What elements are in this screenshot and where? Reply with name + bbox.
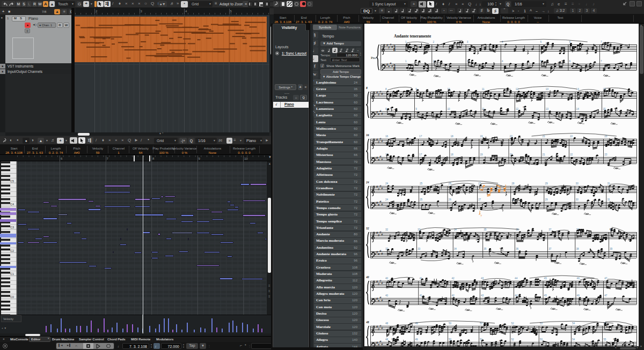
svg-text:3: 3 bbox=[467, 41, 469, 43]
svg-text:42: 42 bbox=[452, 294, 455, 297]
svg-text:10: 10 bbox=[447, 108, 450, 110]
svg-text:Pno: Pno bbox=[371, 56, 376, 59]
svg-text:55: 55 bbox=[603, 338, 606, 341]
svg-text:17: 17 bbox=[419, 135, 422, 138]
svg-text:54: 54 bbox=[572, 338, 575, 341]
svg-text:28: 28 bbox=[511, 182, 515, 185]
svg-text:35: 35 bbox=[484, 248, 487, 250]
svg-text:4: 4 bbox=[502, 41, 503, 43]
svg-text:18: 18 bbox=[450, 135, 453, 138]
svg-text:45: 45 bbox=[544, 294, 547, 297]
svg-text:50: 50 bbox=[449, 322, 452, 325]
svg-text:8: 8 bbox=[385, 108, 387, 110]
svg-text:54: 54 bbox=[572, 322, 575, 325]
svg-text:29: 29 bbox=[545, 182, 548, 185]
svg-text:19: 19 bbox=[480, 153, 483, 156]
svg-text:31: 31 bbox=[607, 198, 610, 201]
svg-text:8: 8 bbox=[393, 67, 396, 72]
svg-text:33: 33 bbox=[418, 248, 421, 250]
svg-text:45: 45 bbox=[544, 277, 547, 280]
svg-text:23: 23 bbox=[604, 135, 608, 138]
svg-text:52: 52 bbox=[511, 322, 514, 325]
svg-text:1: 1 bbox=[405, 60, 407, 63]
svg-text:15: 15 bbox=[603, 108, 606, 110]
svg-text:7: 7 bbox=[480, 214, 482, 218]
svg-text:1: 1 bbox=[405, 41, 407, 43]
svg-text:32: 32 bbox=[365, 227, 369, 230]
svg-text:46: 46 bbox=[577, 277, 580, 280]
svg-text:Andante teneramente: Andante teneramente bbox=[394, 34, 431, 39]
svg-text:12: 12 bbox=[516, 108, 519, 110]
svg-text:30: 30 bbox=[576, 182, 579, 185]
svg-text:24: 24 bbox=[385, 182, 389, 185]
svg-text:13: 13 bbox=[546, 88, 549, 91]
svg-text:11: 11 bbox=[482, 88, 485, 91]
svg-text:8: 8 bbox=[385, 88, 387, 91]
svg-text:44: 44 bbox=[515, 294, 518, 297]
svg-text:43: 43 bbox=[481, 294, 484, 297]
svg-text:27: 27 bbox=[478, 198, 481, 201]
svg-text:34: 34 bbox=[454, 248, 457, 250]
svg-text:26: 26 bbox=[449, 182, 452, 185]
svg-text:40: 40 bbox=[365, 275, 369, 279]
svg-text:24: 24 bbox=[385, 198, 389, 201]
svg-text:41: 41 bbox=[419, 294, 422, 297]
svg-text:27: 27 bbox=[478, 182, 481, 185]
svg-text:31: 31 bbox=[607, 182, 610, 185]
svg-text:6: 6 bbox=[569, 60, 571, 63]
svg-text:26: 26 bbox=[449, 198, 452, 201]
svg-text:6: 6 bbox=[569, 41, 571, 43]
svg-text:47: 47 bbox=[604, 294, 608, 297]
svg-text:13: 13 bbox=[546, 108, 549, 110]
svg-text:35: 35 bbox=[484, 228, 487, 231]
svg-text:8: 8 bbox=[393, 48, 396, 53]
svg-text:19: 19 bbox=[480, 135, 483, 138]
svg-text:22: 22 bbox=[570, 135, 573, 138]
svg-text:16: 16 bbox=[366, 133, 369, 137]
svg-text:14: 14 bbox=[576, 108, 580, 110]
svg-text:37: 37 bbox=[548, 248, 552, 250]
svg-text:33: 33 bbox=[418, 228, 421, 231]
svg-text:16: 16 bbox=[385, 135, 389, 138]
svg-text:21: 21 bbox=[542, 153, 545, 156]
svg-text:4: 4 bbox=[502, 60, 503, 63]
svg-text:48: 48 bbox=[365, 321, 369, 324]
svg-text:48: 48 bbox=[385, 322, 389, 325]
svg-text:7: 7 bbox=[601, 41, 602, 43]
svg-text:24: 24 bbox=[365, 181, 369, 184]
svg-text:46: 46 bbox=[577, 294, 580, 297]
svg-text:43: 43 bbox=[481, 277, 484, 280]
svg-text:36: 36 bbox=[516, 248, 519, 250]
svg-text:5: 5 bbox=[540, 41, 542, 43]
svg-text:38: 38 bbox=[576, 248, 579, 250]
svg-text:30: 30 bbox=[576, 198, 579, 201]
svg-text:23: 23 bbox=[604, 153, 608, 156]
svg-text:40: 40 bbox=[385, 277, 389, 280]
svg-text:14: 14 bbox=[576, 88, 580, 91]
svg-text:44: 44 bbox=[515, 277, 518, 280]
svg-text:7: 7 bbox=[601, 60, 602, 63]
svg-text:32: 32 bbox=[385, 228, 389, 231]
svg-text:37: 37 bbox=[548, 228, 552, 231]
svg-text:22: 22 bbox=[570, 153, 573, 156]
svg-text:21: 21 bbox=[542, 135, 545, 138]
svg-text:53: 53 bbox=[540, 338, 543, 341]
svg-text:42: 42 bbox=[452, 277, 455, 280]
svg-text:48: 48 bbox=[385, 338, 389, 341]
svg-text:49: 49 bbox=[415, 338, 419, 341]
svg-text:25: 25 bbox=[420, 198, 423, 201]
svg-text:47: 47 bbox=[604, 277, 608, 280]
svg-text:29: 29 bbox=[545, 198, 548, 201]
svg-text:40: 40 bbox=[385, 294, 389, 297]
svg-text:39: 39 bbox=[610, 248, 613, 250]
svg-text:51: 51 bbox=[480, 322, 483, 325]
svg-text:25: 25 bbox=[420, 182, 423, 185]
svg-text:2: 2 bbox=[433, 41, 434, 43]
svg-text:52: 52 bbox=[511, 338, 514, 341]
svg-text:9: 9 bbox=[415, 108, 417, 110]
svg-text:18: 18 bbox=[450, 153, 453, 156]
svg-text:17: 17 bbox=[419, 153, 422, 156]
svg-text:8: 8 bbox=[366, 86, 368, 90]
